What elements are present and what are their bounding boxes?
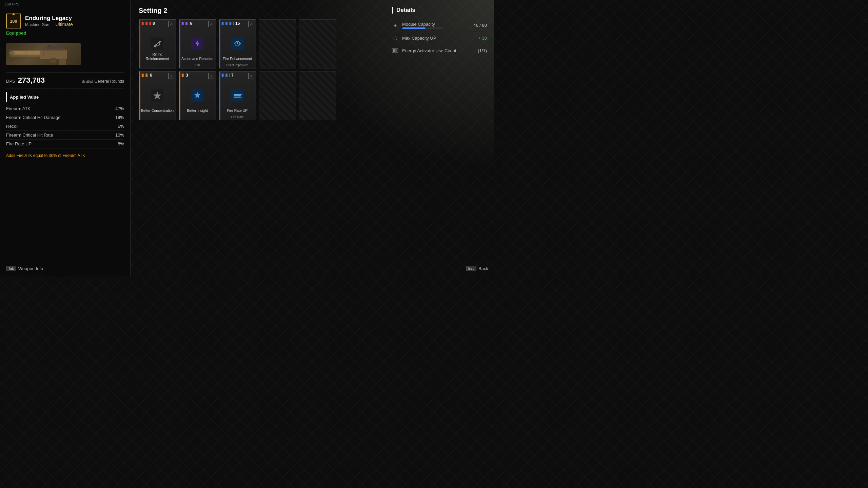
svg-point-16 <box>237 43 238 44</box>
module-subtype: ATK <box>179 63 216 67</box>
stat-rows: Firearm ATK47%Firearm Critical Hit Damag… <box>6 104 124 148</box>
module-type-badge: × <box>248 73 254 79</box>
module-name: Fire Rate UP <box>219 108 256 113</box>
stat-row: Firearm Critical Hit Rate10% <box>6 131 124 140</box>
module-cost: 16 <box>220 21 240 26</box>
module-type-badge: ◇ <box>168 21 174 27</box>
ammo-icon: ⊞⊞⊞ <box>82 79 93 84</box>
module-cost: 6 <box>140 73 152 78</box>
module-cost: 8 <box>140 21 155 26</box>
module-name: Fire Enhancement <box>219 57 256 61</box>
module-slot-8[interactable]: 7× Fire Rate UPFire Rate <box>219 71 256 120</box>
module-icon <box>228 85 247 105</box>
module-slot-2[interactable]: 6◇ Action and ReactionATK <box>179 19 216 68</box>
module-slot-7[interactable]: 3△ Better Insight <box>179 71 216 120</box>
max-capacity-row: ◌ Max Capacity UP + 30 <box>392 32 487 44</box>
svg-rect-25 <box>234 94 241 96</box>
capacity-fill <box>402 27 426 29</box>
dps-value: 273,783 <box>18 76 45 85</box>
stat-row: Firearm Critical Hit Damage19% <box>6 113 124 122</box>
fire-atk-note: Adds Fire ATK equal to 30% of Firearm AT… <box>6 153 124 158</box>
stat-row: Firearm ATK47% <box>6 104 124 113</box>
module-name: Better Insight <box>179 108 216 113</box>
weapon-image <box>6 43 81 65</box>
weapon-info-label: Weapon Info <box>18 266 43 271</box>
module-slot-1[interactable]: 8◇ Rifling Reinforcement <box>139 19 176 68</box>
svg-rect-6 <box>59 59 66 65</box>
max-capacity-icon: ◌ <box>392 35 399 41</box>
module-capacity-value: 46 / 80 <box>473 23 487 28</box>
module-subtype: Bullet Improvem <box>219 63 256 67</box>
esc-key: Esc <box>466 266 476 271</box>
module-slot-3[interactable]: 16◇ Fire EnhancementBullet Improvem <box>219 19 256 68</box>
module-name: Better Concentration <box>139 108 176 113</box>
details-title: Details <box>392 7 487 14</box>
module-name: Rifling Reinforcement <box>139 52 176 61</box>
left-panel: 100 Enduring Legacy Machine Gun Ultimate… <box>0 0 131 277</box>
max-capacity-value: + 30 <box>478 36 487 41</box>
weapon-level-badge: 100 <box>6 14 21 28</box>
fps-counter: 158 FPS <box>5 2 19 6</box>
svg-rect-5 <box>48 45 51 46</box>
weapon-type: Machine Gun <box>25 22 49 27</box>
module-type-badge: △ <box>168 73 174 79</box>
module-slot-5[interactable] <box>299 19 336 68</box>
details-panel: Details ● Module Capacity 46 / 80 <box>385 7 494 57</box>
svg-rect-31 <box>395 49 397 52</box>
module-icon <box>147 34 167 53</box>
module-icon <box>147 85 167 105</box>
module-slot-4[interactable] <box>259 19 296 68</box>
module-slot-10[interactable] <box>299 71 336 120</box>
ammo-type: ⊞⊞⊞ General Rounds <box>82 79 124 84</box>
module-type-badge: ◇ <box>208 21 214 27</box>
module-type-badge: △ <box>208 73 214 79</box>
weapon-image-area <box>6 40 124 67</box>
energy-icon <box>392 47 399 54</box>
dps-label: DPS <box>6 79 15 84</box>
applied-value-header: Applied Value <box>6 92 124 102</box>
equipped-badge: Equipped <box>6 30 124 36</box>
module-capacity-label: Module Capacity <box>402 22 473 27</box>
module-icon <box>228 34 247 53</box>
module-capacity-icon: ● <box>392 22 399 29</box>
weapon-header: 100 Enduring Legacy Machine Gun Ultimate <box>6 14 124 28</box>
module-icon <box>188 85 207 105</box>
capacity-bar <box>402 27 443 29</box>
stat-row: Fire Rate UP8% <box>6 140 124 148</box>
module-grid: 8◇ Rifling Reinforcement6◇ Action and Re… <box>139 19 336 120</box>
module-type-badge: ◇ <box>248 21 254 27</box>
max-capacity-label: Max Capacity UP <box>402 36 478 41</box>
svg-rect-30 <box>393 49 395 52</box>
module-icon <box>188 34 207 53</box>
energy-value: (1/1) <box>478 48 487 53</box>
weapon-name: Enduring Legacy <box>25 15 73 22</box>
tab-key: Tab <box>6 266 16 271</box>
module-slot-9[interactable] <box>259 71 296 120</box>
dps-row: DPS 273,783 ⊞⊞⊞ General Rounds <box>6 76 124 85</box>
svg-rect-26 <box>234 96 241 98</box>
module-capacity-row: ● Module Capacity 46 / 80 <box>392 19 487 32</box>
module-slot-6[interactable]: 6△ Better Concentration <box>139 71 176 120</box>
module-cost: 6 <box>180 21 192 26</box>
main-content: Setting 2 8◇ Rifling Reinforcement6◇ Act… <box>131 0 494 277</box>
energy-label: Energy Activator Use Count <box>402 48 478 53</box>
module-subtype: Fire Rate <box>219 115 256 119</box>
energy-row: Energy Activator Use Count (1/1) <box>392 44 487 57</box>
svg-rect-10 <box>43 52 44 56</box>
back-label: Back <box>478 266 488 271</box>
svg-rect-1 <box>9 52 15 54</box>
weapon-grade: Ultimate <box>55 22 73 27</box>
module-name: Action and Reaction <box>179 57 216 61</box>
back-button[interactable]: Esc Back <box>466 266 488 271</box>
module-cost: 3 <box>180 73 188 78</box>
module-cost: 7 <box>220 73 234 78</box>
weapon-info-button[interactable]: Tab Weapon Info <box>6 266 43 271</box>
svg-rect-7 <box>50 58 56 63</box>
stat-row: Recoil5% <box>6 122 124 131</box>
